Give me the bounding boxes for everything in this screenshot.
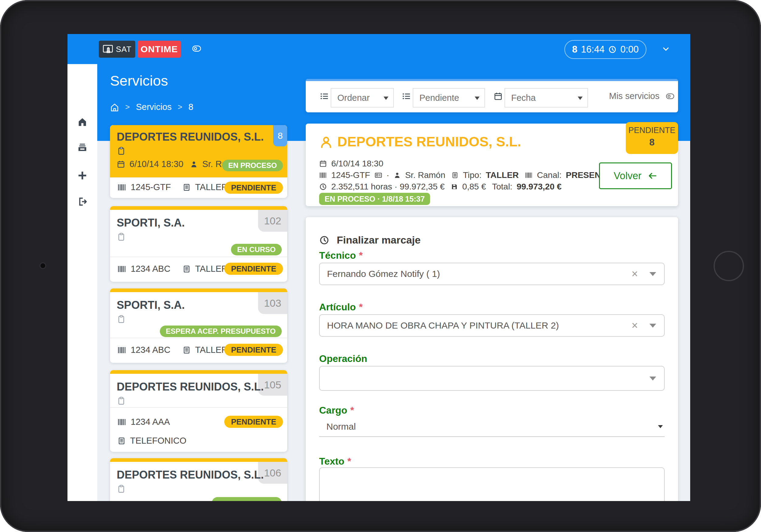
sidebar-item-add[interactable] [68,170,97,181]
sidebar-item-logout[interactable] [68,196,97,207]
clear-icon[interactable]: × [631,268,638,279]
breadcrumb-home[interactable] [110,102,119,112]
status-pill [212,497,282,501]
total-label: Total: [492,182,512,191]
card-plate: 1234 ABC [131,345,170,355]
dot-separator: · [386,170,389,180]
status-pill: EN CURSO [231,244,282,255]
detail-date: 6/10/14 18:30 [331,159,383,169]
tablet-touch-icon [102,44,113,55]
estado-pill: PENDIENTE [224,182,283,194]
breadcrumb-separator: > [178,102,182,112]
clear-icon[interactable]: × [631,320,638,331]
sidebar-item-home[interactable] [68,117,97,127]
detail-status-badge: EN PROCESO · 1/8/18 15:37 [319,193,430,205]
card-title: SPORTI, S.A. [117,299,185,311]
clipboard-icon [117,396,126,405]
status-pill: EN PROCESO [222,160,283,171]
session-timer-pill[interactable]: 8 16:44 0:00 [564,40,646,59]
tecnico-value: Fernando Gómez Notify ( 1) [327,269,440,279]
required-asterisk: * [350,405,354,416]
caret-down-icon [475,97,480,100]
visibility-toggle-icon[interactable] [190,44,203,53]
plate-row: 1234 ABC [117,264,170,274]
articulo-label: Artículo* [319,301,363,313]
calendar-icon [494,92,503,101]
service-number-badge: 103 [258,292,287,314]
detail-contact: Sr. Ramón [405,170,445,180]
tecnico-select[interactable]: Fernando Gómez Notify ( 1) × [319,263,665,285]
service-card[interactable]: 106 DEPORTES REUNIDOS, S.L. [110,458,287,501]
ordenar-select[interactable]: Ordenar [331,88,394,107]
clock-icon [608,45,616,54]
tablet-mockup: SAT ONTIME 8 16:44 0:00 Servicios > Serv… [0,0,761,532]
estado-pill: PENDIENTE [224,263,283,275]
card-plate: 1234 AAA [131,417,170,427]
id-card-icon[interactable] [375,171,382,179]
fecha-select[interactable]: Fecha [504,88,588,107]
texto-label: Texto* [319,456,351,467]
card-footer: 1234 ABC TALLER PENDIENTE [110,338,287,363]
service-number-badge: 8 [273,125,287,146]
person-icon [190,160,198,168]
cargo-select[interactable]: Normal [319,417,665,437]
card-date: 6/10/14 18:30 [130,159,183,169]
service-card[interactable]: 102 SPORTI, S.A. EN CURSO 1234 ABC TALLE… [110,206,287,281]
barcode-icon [525,171,533,179]
estado-select[interactable]: Pendiente [413,88,485,107]
filter-bar: Ordenar Pendiente Fecha Mis servicios [306,79,678,112]
caret-down-icon [578,97,583,100]
volver-button[interactable]: Volver [599,162,672,189]
session-time: 16:44 [581,44,605,55]
texto-textarea[interactable] [319,467,665,501]
cargo-value: Normal [326,421,356,432]
operacion-select[interactable] [319,366,665,391]
card-accent-strip [110,458,287,462]
volver-label: Volver [614,170,642,182]
required-asterisk: * [359,250,363,261]
barcode-icon [117,183,126,192]
sidebar [68,64,97,501]
session-timer: 0:00 [620,44,638,55]
detail-tarifa: 0,85 € [462,182,486,191]
card-type: TALLER [195,182,228,192]
service-card[interactable]: 103 SPORTI, S.A. ESPERA ACEP. PRESUPUEST… [110,289,287,362]
card-footer: 1234 AAA PENDIENTE TELEFONICO [110,407,287,452]
articulo-select[interactable]: HORA MANO DE OBRA CHAPA Y PINTURA (TALLE… [319,314,665,337]
caret-down-icon[interactable] [649,377,656,381]
save-disk-icon [451,183,458,190]
card-type: TALLER [195,345,228,355]
cargo-label: Cargo* [319,405,354,416]
calendar-icon [117,160,125,169]
card-channel: TELEFONICO [130,436,186,446]
card-title: DEPORTES REUNIDOS, S.L. [117,381,264,393]
caret-down-icon[interactable] [649,324,656,328]
home-icon [77,117,88,127]
logout-icon [77,196,88,207]
mis-servicios-toggle[interactable]: Mis servicios [609,91,676,101]
badge-status: PENDIENTE [626,126,678,135]
caret-down-icon[interactable] [649,272,656,276]
type-row: TALLER [182,345,228,355]
card-accent-strip [110,206,287,210]
person-outline-icon [319,135,333,149]
clipboard-icon [117,232,126,241]
card-type: TALLER [195,264,228,274]
total-value: 99.973,20 € [517,182,561,191]
service-card-active[interactable]: 8 DEPORTES REUNIDOS, S.L. 6/10/14 18:30 … [110,125,287,197]
breadcrumb-separator: > [125,102,130,112]
operacion-label: Operación [319,353,367,364]
tecnico-label: Técnico* [319,250,363,261]
required-asterisk: * [359,301,363,312]
chevron-down-icon[interactable] [661,45,671,53]
barcode-icon [117,346,126,355]
sidebar-item-print[interactable] [68,142,97,153]
ordenar-value: Ordenar [337,93,370,103]
caret-down-icon [658,425,663,428]
service-card[interactable]: 105 DEPORTES REUNIDOS, S.L. 1234 AAA PEN… [110,370,287,451]
card-plate: 1245-GTF [131,182,171,192]
plate-row: 1234 AAA [117,417,170,427]
tipo-label: Tipo: [463,170,481,180]
journal-icon [451,172,459,179]
breadcrumb-servicios[interactable]: Servicios [136,102,172,112]
